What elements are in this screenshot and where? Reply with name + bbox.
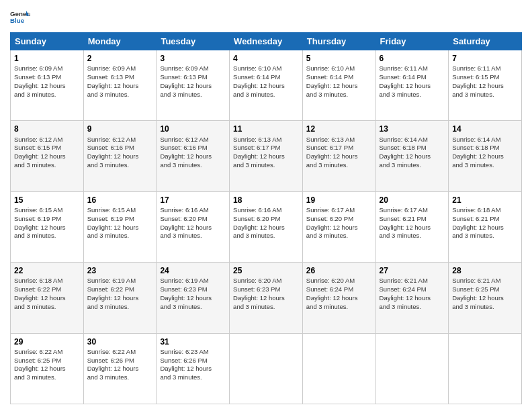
day-info: Sunrise: 6:11 AMSunset: 6:14 PMDaylight:… [380,64,431,97]
calendar-cell: 23Sunrise: 6:19 AMSunset: 6:22 PMDayligh… [83,263,157,333]
day-info: Sunrise: 6:11 AMSunset: 6:15 PMDaylight:… [452,64,504,97]
calendar-cell: 14Sunrise: 6:14 AMSunset: 6:18 PMDayligh… [449,121,522,191]
generalblue-logo-icon: General Blue [10,7,30,27]
logo: General Blue [10,7,30,27]
day-info: Sunrise: 6:10 AMSunset: 6:14 PMDaylight:… [233,64,285,97]
day-info: Sunrise: 6:12 AMSunset: 6:15 PMDaylight:… [14,136,66,169]
day-number: 27 [380,265,445,276]
day-info: Sunrise: 6:22 AMSunset: 6:26 PMDaylight:… [87,348,139,381]
day-info: Sunrise: 6:18 AMSunset: 6:21 PMDaylight:… [452,206,504,239]
day-info: Sunrise: 6:17 AMSunset: 6:21 PMDaylight:… [380,206,431,239]
calendar-week-5: 29Sunrise: 6:22 AMSunset: 6:25 PMDayligh… [11,333,522,404]
calendar-cell: 9Sunrise: 6:12 AMSunset: 6:16 PMDaylight… [83,121,157,191]
day-info: Sunrise: 6:17 AMSunset: 6:20 PMDaylight:… [306,206,358,239]
calendar-cell: 15Sunrise: 6:15 AMSunset: 6:19 PMDayligh… [11,191,84,262]
day-header-wednesday: Wednesday [230,33,303,50]
day-number: 5 [306,53,372,64]
day-number: 7 [452,53,518,64]
day-info: Sunrise: 6:20 AMSunset: 6:23 PMDaylight:… [233,277,285,310]
day-number: 22 [14,265,80,276]
calendar-cell: 29Sunrise: 6:22 AMSunset: 6:25 PMDayligh… [11,333,84,404]
svg-text:Blue: Blue [10,17,25,24]
calendar-week-1: 1Sunrise: 6:09 AMSunset: 6:13 PMDaylight… [11,50,522,121]
day-number: 23 [87,265,153,276]
day-number: 2 [87,53,153,64]
calendar-cell [449,333,522,404]
day-number: 15 [14,195,80,205]
day-number: 14 [452,124,518,134]
day-info: Sunrise: 6:13 AMSunset: 6:17 PMDaylight:… [306,136,358,169]
calendar-cell: 13Sunrise: 6:14 AMSunset: 6:18 PMDayligh… [375,121,449,191]
day-info: Sunrise: 6:21 AMSunset: 6:25 PMDaylight:… [452,277,504,310]
calendar-cell: 10Sunrise: 6:12 AMSunset: 6:16 PMDayligh… [157,121,230,191]
day-info: Sunrise: 6:23 AMSunset: 6:26 PMDaylight:… [160,348,212,381]
day-info: Sunrise: 6:12 AMSunset: 6:16 PMDaylight:… [87,136,139,169]
header: General Blue [10,7,522,27]
day-info: Sunrise: 6:10 AMSunset: 6:14 PMDaylight:… [306,64,358,97]
day-number: 26 [306,265,372,276]
calendar-week-4: 22Sunrise: 6:18 AMSunset: 6:22 PMDayligh… [11,263,522,333]
day-number: 29 [14,336,80,347]
day-header-thursday: Thursday [302,33,375,50]
calendar-header-row: SundayMondayTuesdayWednesdayThursdayFrid… [11,33,522,50]
day-info: Sunrise: 6:09 AMSunset: 6:13 PMDaylight:… [14,64,66,97]
day-info: Sunrise: 6:14 AMSunset: 6:18 PMDaylight:… [380,136,431,169]
calendar-cell: 6Sunrise: 6:11 AMSunset: 6:14 PMDaylight… [375,50,449,121]
day-header-saturday: Saturday [449,33,522,50]
calendar-cell: 27Sunrise: 6:21 AMSunset: 6:24 PMDayligh… [375,263,449,333]
day-info: Sunrise: 6:16 AMSunset: 6:20 PMDaylight:… [160,206,212,239]
calendar-cell: 12Sunrise: 6:13 AMSunset: 6:17 PMDayligh… [302,121,375,191]
day-info: Sunrise: 6:19 AMSunset: 6:23 PMDaylight:… [160,277,212,310]
day-number: 6 [380,53,445,64]
day-number: 12 [306,124,372,134]
calendar-cell: 4Sunrise: 6:10 AMSunset: 6:14 PMDaylight… [230,50,303,121]
day-number: 3 [160,53,226,64]
day-info: Sunrise: 6:20 AMSunset: 6:24 PMDaylight:… [306,277,358,310]
calendar-cell: 31Sunrise: 6:23 AMSunset: 6:26 PMDayligh… [157,333,230,404]
calendar-cell: 30Sunrise: 6:22 AMSunset: 6:26 PMDayligh… [83,333,157,404]
day-number: 4 [233,53,299,64]
calendar-cell: 16Sunrise: 6:15 AMSunset: 6:19 PMDayligh… [83,191,157,262]
day-info: Sunrise: 6:15 AMSunset: 6:19 PMDaylight:… [87,206,139,239]
day-number: 31 [160,336,226,347]
calendar-week-3: 15Sunrise: 6:15 AMSunset: 6:19 PMDayligh… [11,191,522,262]
calendar-cell: 22Sunrise: 6:18 AMSunset: 6:22 PMDayligh… [11,263,84,333]
day-info: Sunrise: 6:12 AMSunset: 6:16 PMDaylight:… [160,136,212,169]
calendar-cell: 19Sunrise: 6:17 AMSunset: 6:20 PMDayligh… [302,191,375,262]
day-header-sunday: Sunday [11,33,84,50]
day-number: 30 [87,336,153,347]
day-info: Sunrise: 6:19 AMSunset: 6:22 PMDaylight:… [87,277,139,310]
calendar-cell: 18Sunrise: 6:16 AMSunset: 6:20 PMDayligh… [230,191,303,262]
day-number: 10 [160,124,226,134]
day-header-friday: Friday [375,33,449,50]
day-number: 13 [380,124,445,134]
day-number: 17 [160,195,226,205]
day-number: 9 [87,124,153,134]
day-number: 16 [87,195,153,205]
calendar-cell: 5Sunrise: 6:10 AMSunset: 6:14 PMDaylight… [302,50,375,121]
calendar-cell: 7Sunrise: 6:11 AMSunset: 6:15 PMDaylight… [449,50,522,121]
day-number: 19 [306,195,372,205]
calendar-cell: 20Sunrise: 6:17 AMSunset: 6:21 PMDayligh… [375,191,449,262]
page: General Blue SundayMondayTuesdayWednesda… [0,0,532,411]
calendar-cell: 11Sunrise: 6:13 AMSunset: 6:17 PMDayligh… [230,121,303,191]
day-number: 18 [233,195,299,205]
day-info: Sunrise: 6:09 AMSunset: 6:13 PMDaylight:… [87,64,139,97]
day-info: Sunrise: 6:21 AMSunset: 6:24 PMDaylight:… [380,277,431,310]
day-number: 8 [14,124,80,134]
calendar-cell [230,333,303,404]
day-info: Sunrise: 6:22 AMSunset: 6:25 PMDaylight:… [14,348,66,381]
day-header-tuesday: Tuesday [157,33,230,50]
day-info: Sunrise: 6:15 AMSunset: 6:19 PMDaylight:… [14,206,66,239]
calendar-cell [375,333,449,404]
day-number: 21 [452,195,518,205]
calendar-cell: 17Sunrise: 6:16 AMSunset: 6:20 PMDayligh… [157,191,230,262]
day-info: Sunrise: 6:14 AMSunset: 6:18 PMDaylight:… [452,136,504,169]
calendar-cell: 26Sunrise: 6:20 AMSunset: 6:24 PMDayligh… [302,263,375,333]
calendar-cell: 21Sunrise: 6:18 AMSunset: 6:21 PMDayligh… [449,191,522,262]
calendar-week-2: 8Sunrise: 6:12 AMSunset: 6:15 PMDaylight… [11,121,522,191]
day-info: Sunrise: 6:18 AMSunset: 6:22 PMDaylight:… [14,277,66,310]
day-info: Sunrise: 6:13 AMSunset: 6:17 PMDaylight:… [233,136,285,169]
day-info: Sunrise: 6:16 AMSunset: 6:20 PMDaylight:… [233,206,285,239]
day-header-monday: Monday [83,33,157,50]
